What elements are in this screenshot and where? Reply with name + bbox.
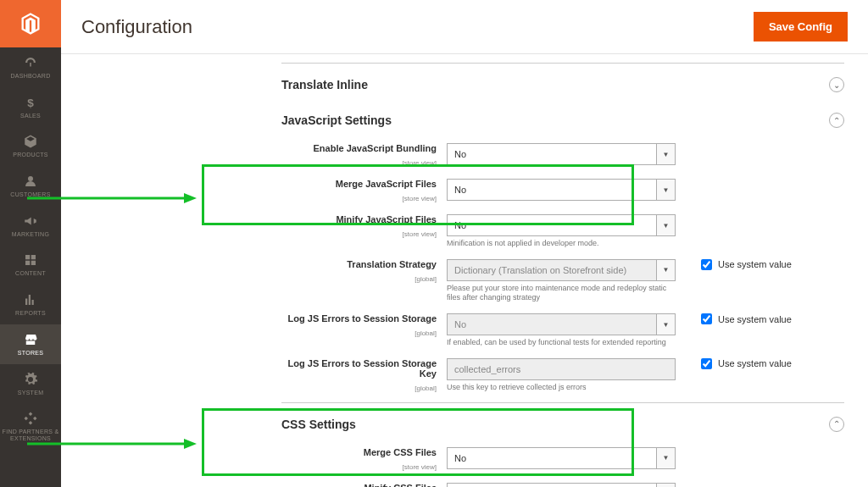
field-scope: [global] [415, 385, 437, 392]
nav-customers[interactable]: CUSTOMERS [0, 166, 61, 206]
chevron-down-icon: ▼ [656, 484, 675, 487]
nav-marketing[interactable]: MARKETING [0, 206, 61, 246]
section-css-settings: CSS Settings ⌃ Merge CSS Files[store vie… [281, 402, 844, 487]
checkbox-use-system-translation[interactable] [701, 259, 712, 270]
field-scope: [global] [415, 275, 437, 283]
field-label: Merge JavaScript Files [281, 179, 437, 189]
select-value: Dictionary (Translation on Storefront si… [454, 265, 626, 275]
squares-icon [23, 252, 38, 268]
field-translation-strategy: Translation Strategy[global] Dictionary … [281, 254, 844, 308]
nav-label: CUSTOMERS [10, 191, 50, 198]
section-title: CSS Settings [281, 418, 356, 431]
magento-logo[interactable] [0, 0, 61, 47]
nav-label: DASHBOARD [10, 73, 50, 80]
checkbox-use-system-logjskey[interactable] [701, 358, 712, 369]
select-minify-js[interactable]: No▼ [447, 214, 676, 236]
nav-products[interactable]: PRODUCTS [0, 126, 61, 166]
store-icon [23, 332, 38, 347]
helper-text: Please put your store into maintenance m… [447, 284, 676, 303]
person-icon [23, 174, 38, 189]
select-value: No [454, 185, 466, 195]
field-scope: [store view] [403, 230, 437, 238]
nav-stores[interactable]: STORES [0, 324, 61, 364]
field-merge-js: Merge JavaScript Files[store view] No▼ [281, 174, 844, 209]
section-header-css[interactable]: CSS Settings ⌃ [281, 403, 844, 439]
dollar-icon: $ [23, 95, 38, 110]
admin-sidebar: DASHBOARD $SALES PRODUCTS CUSTOMERS MARK… [0, 0, 61, 487]
magento-icon [19, 12, 42, 36]
megaphone-icon [23, 213, 38, 229]
select-merge-css[interactable]: No▼ [447, 447, 676, 469]
dashboard-icon [23, 55, 38, 70]
svg-marker-4 [184, 439, 197, 449]
select-js-bundling[interactable]: No▼ [447, 143, 676, 165]
page-title: Configuration [81, 16, 192, 38]
nav-label: MARKETING [12, 231, 49, 238]
helper-text: Minification is not applied in developer… [447, 239, 676, 249]
select-merge-js[interactable]: No▼ [447, 179, 676, 201]
chevron-down-icon: ▼ [656, 314, 675, 335]
checkbox-label: Use system value [718, 358, 792, 368]
field-scope: [store view] [403, 195, 437, 202]
field-minify-js: Minify JavaScript Files[store view] No▼M… [281, 209, 844, 254]
chevron-down-icon: ▼ [656, 215, 675, 235]
chevron-down-icon: ▼ [656, 144, 675, 164]
select-value: No [454, 319, 466, 329]
nav-label: PRODUCTS [13, 152, 48, 158]
nav-label: FIND PARTNERS & EXTENSIONS [0, 429, 61, 441]
nav-reports[interactable]: REPORTS [0, 285, 61, 324]
nav-partners[interactable]: FIND PARTNERS & EXTENSIONS [0, 403, 61, 449]
helper-text: Use this key to retrieve collected js er… [447, 383, 676, 393]
nav-sales[interactable]: $SALES [0, 87, 61, 127]
select-translation-strategy: Dictionary (Translation on Storefront si… [447, 259, 676, 281]
field-scope: [store view] [403, 463, 437, 471]
chevron-down-icon: ⌄ [829, 77, 844, 92]
nav-label: REPORTS [15, 310, 46, 317]
checkbox-label: Use system value [718, 259, 792, 269]
svg-marker-2 [184, 193, 197, 203]
chevron-up-icon: ⌃ [829, 113, 844, 128]
box-icon [23, 134, 38, 149]
field-label: Merge CSS Files [281, 447, 437, 457]
gear-icon [23, 372, 38, 387]
chevron-down-icon: ▼ [656, 260, 675, 280]
nav-content[interactable]: CONTENT [0, 245, 61, 285]
chevron-down-icon: ▼ [656, 180, 675, 200]
field-log-js-errors: Log JS Errors to Session Storage[global]… [281, 308, 844, 353]
svg-text:$: $ [27, 96, 34, 108]
field-log-js-errors-key: Log JS Errors to Session Storage Key[glo… [281, 353, 844, 399]
select-value: No [454, 149, 466, 159]
config-content: Translate Inline ⌄ JavaScript Settings ⌃… [61, 54, 868, 487]
field-label: Enable JavaScript Bundling [281, 143, 437, 153]
field-scope: [global] [415, 329, 437, 337]
main-area: Configuration Save Config Translate Inli… [61, 0, 868, 487]
field-minify-css: Minify CSS Files[store view] No▼Minifica… [281, 478, 844, 487]
nav-label: SALES [20, 113, 41, 119]
field-label: Minify CSS Files [281, 483, 437, 487]
select-value: No [454, 453, 466, 463]
field-label: Translation Strategy [281, 259, 437, 269]
section-header-js[interactable]: JavaScript Settings ⌃ [281, 99, 844, 135]
handshake-icon [23, 411, 38, 426]
select-minify-css[interactable]: No▼ [447, 483, 676, 487]
nav-system[interactable]: SYSTEM [0, 364, 61, 404]
field-label: Minify JavaScript Files [281, 214, 437, 224]
save-config-button[interactable]: Save Config [754, 12, 848, 42]
field-enable-js-bundling: Enable JavaScript Bundling[store view] N… [281, 138, 844, 174]
field-label: Log JS Errors to Session Storage [281, 313, 437, 324]
nav-label: STORES [18, 350, 43, 357]
nav-label: SYSTEM [18, 390, 44, 396]
chevron-up-icon: ⌃ [829, 417, 844, 432]
nav-dashboard[interactable]: DASHBOARD [0, 47, 61, 87]
section-translate-inline: Translate Inline ⌄ [281, 63, 844, 99]
section-javascript-settings: JavaScript Settings ⌃ Enable JavaScript … [281, 99, 844, 402]
section-title: JavaScript Settings [281, 113, 392, 127]
helper-text: If enabled, can be used by functional te… [447, 338, 676, 348]
field-scope: [store view] [403, 159, 437, 167]
checkbox-use-system-logjs[interactable] [701, 313, 712, 324]
section-header-translate[interactable]: Translate Inline ⌄ [281, 64, 844, 99]
field-merge-css: Merge CSS Files[store view] No▼ [281, 442, 844, 478]
page-header: Configuration Save Config [61, 0, 868, 54]
input-log-js-key [447, 358, 676, 380]
chart-icon [23, 292, 38, 307]
